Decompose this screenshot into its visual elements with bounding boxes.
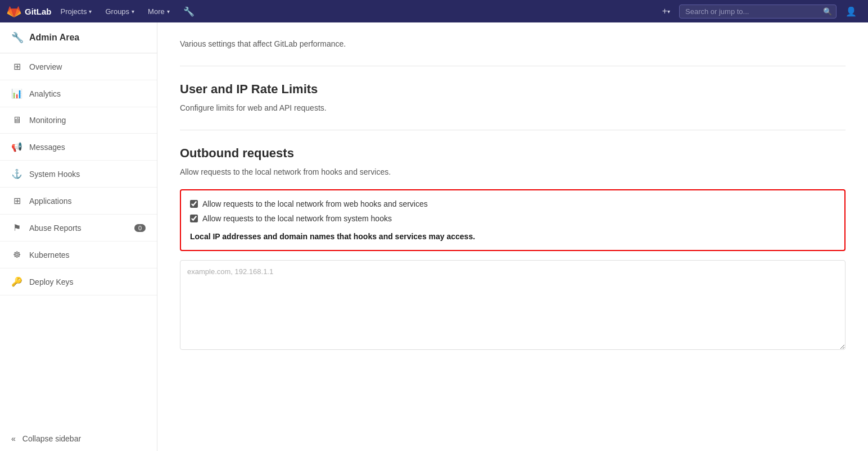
checkbox-webhooks-label: Allow requests to the local network from… [202,199,428,208]
kubernetes-icon: ☸ [11,249,22,260]
abuse-reports-icon: ⚑ [11,222,22,233]
sidebar: 🔧 Admin Area ⊞ Overview 📊 Analytics 🖥 Mo… [0,22,157,451]
performance-desc: Various settings that affect GitLab perf… [180,38,846,50]
local-ip-label: Local IP addresses and domain names that… [190,232,835,241]
checkbox-row-system-hooks: Allow requests to the local network from… [190,214,835,223]
sidebar-item-label: Abuse Reports [29,224,128,233]
allow-webhooks-checkbox[interactable] [190,200,198,208]
collapse-icon: « [11,434,16,443]
sidebar-item-deploy-keys[interactable]: 🔑 Deploy Keys [0,268,157,295]
outbound-desc: Allow requests to the local network from… [180,166,846,178]
admin-area-icon: 🔧 [11,31,24,44]
local-ip-textarea[interactable] [180,260,846,350]
sidebar-item-analytics[interactable]: 📊 Analytics [0,80,157,107]
overview-icon: ⊞ [11,61,22,72]
sidebar-item-label: Messages [29,143,146,152]
checkbox-row-webhooks: Allow requests to the local network from… [190,199,835,208]
plus-chevron-icon: ▾ [667,8,670,15]
search-wrapper: 🔍 [679,4,837,19]
collapse-sidebar[interactable]: « Collapse sidebar [0,426,157,451]
plus-icon[interactable]: + ▾ [658,4,675,19]
monitoring-icon: 🖥 [11,115,22,125]
sidebar-item-messages[interactable]: 📢 Messages [0,134,157,161]
groups-menu[interactable]: Groups ▾ [101,5,139,18]
checkbox-system-hooks-label: Allow requests to the local network from… [202,214,392,223]
sidebar-item-monitoring[interactable]: 🖥 Monitoring [0,107,157,134]
outbound-title: Outbound requests [180,146,846,161]
collapse-label: Collapse sidebar [22,434,81,443]
rate-limits-section: User and IP Rate Limits Configure limits… [180,66,846,130]
user-avatar[interactable]: 👤 [841,4,861,19]
sidebar-item-label: Overview [29,62,146,71]
outbound-section: Outbound requests Allow requests to the … [180,130,846,368]
projects-chevron-icon: ▾ [89,8,92,15]
sidebar-item-overview[interactable]: ⊞ Overview [0,53,157,80]
layout: 🔧 Admin Area ⊞ Overview 📊 Analytics 🖥 Mo… [0,22,868,451]
more-chevron-icon: ▾ [167,8,170,15]
rate-limits-title: User and IP Rate Limits [180,82,846,97]
projects-menu[interactable]: Projects ▾ [56,5,97,18]
sidebar-header: 🔧 Admin Area [0,22,157,53]
sidebar-item-abuse-reports[interactable]: ⚑ Abuse Reports 0 [0,215,157,242]
sidebar-title: Admin Area [29,33,79,43]
sidebar-item-label: Applications [29,197,146,206]
outbound-box: Allow requests to the local network from… [180,189,846,251]
top-nav: GitLab Projects ▾ Groups ▾ More ▾ 🔧 + ▾ … [0,0,868,22]
sidebar-item-applications[interactable]: ⊞ Applications [0,188,157,215]
sidebar-item-kubernetes[interactable]: ☸ Kubernetes [0,242,157,268]
search-input[interactable] [679,4,837,19]
more-menu[interactable]: More ▾ [143,5,174,18]
sidebar-item-label: Deploy Keys [29,277,146,286]
messages-icon: 📢 [11,142,22,152]
search-icon: 🔍 [823,7,832,16]
deploy-keys-icon: 🔑 [11,276,22,287]
sidebar-item-system-hooks[interactable]: ⚓ System Hooks [0,161,157,188]
abuse-reports-badge: 0 [134,224,146,232]
wrench-icon[interactable]: 🔧 [179,4,199,19]
main-content: Various settings that affect GitLab perf… [157,22,868,451]
sidebar-item-label: Kubernetes [29,250,146,259]
sidebar-item-label: Monitoring [29,116,146,125]
logo[interactable]: GitLab [7,4,52,19]
sidebar-item-label: Analytics [29,89,146,98]
sidebar-item-label: System Hooks [29,170,146,179]
allow-system-hooks-checkbox[interactable] [190,215,198,222]
analytics-icon: 📊 [11,88,22,99]
system-hooks-icon: ⚓ [11,168,22,179]
rate-limits-desc: Configure limits for web and API request… [180,102,846,114]
performance-section: Various settings that affect GitLab perf… [180,22,846,66]
groups-chevron-icon: ▾ [132,8,134,15]
applications-icon: ⊞ [11,195,22,206]
